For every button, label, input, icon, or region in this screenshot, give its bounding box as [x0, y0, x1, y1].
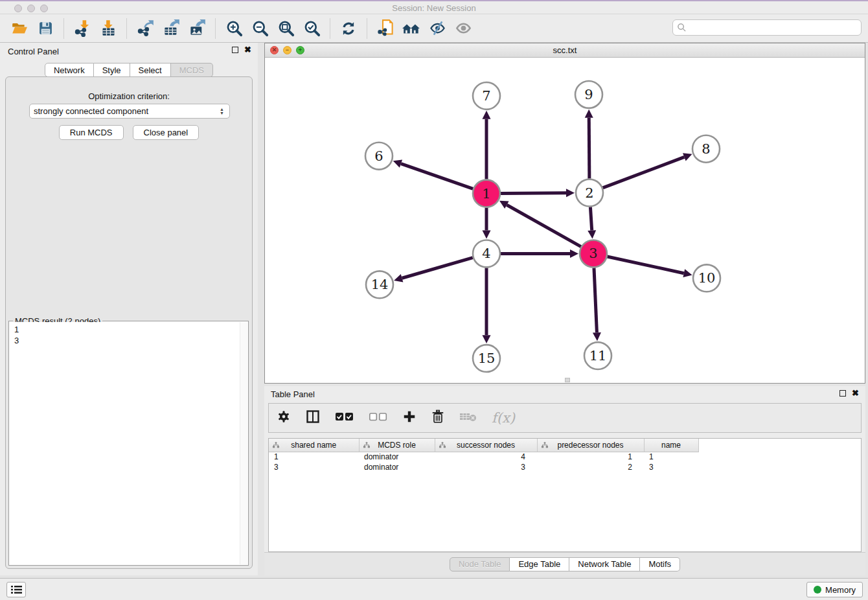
control-panel-title: Control Panel — [8, 47, 59, 56]
table-cell[interactable]: 1 — [644, 452, 698, 462]
task-history-button[interactable] — [6, 582, 26, 597]
select-all-columns-button[interactable] — [335, 411, 354, 425]
select-stepper-icon: ▲▼ — [220, 108, 225, 115]
document-share-button[interactable] — [374, 17, 396, 40]
column-header-MCDS-role[interactable]: MCDS role — [359, 439, 435, 452]
zoom-selected-icon — [303, 19, 321, 37]
table-row[interactable]: 1dominator411 — [269, 452, 698, 462]
network-view-window: ✕ − + scc.txt 7968124314101511 — [264, 43, 865, 384]
graph-edge-4-14[interactable] — [402, 258, 473, 279]
zoom-fit-icon — [277, 19, 295, 37]
table-cell[interactable]: 1 — [269, 452, 359, 462]
graph-edge-2-9[interactable] — [589, 118, 589, 179]
graph-edge-arrowhead — [593, 332, 601, 341]
import-table-button[interactable] — [97, 17, 119, 40]
table-cell[interactable]: 2 — [537, 462, 644, 472]
column-header-predecessor-nodes[interactable]: predecessor nodes — [537, 439, 644, 452]
mcds-result-item[interactable]: 3 — [14, 335, 240, 346]
close-panel-button[interactable]: Close panel — [133, 125, 200, 140]
network-canvas[interactable]: 7968124314101511 — [265, 58, 865, 383]
column-header-name[interactable]: name — [644, 439, 698, 452]
export-network-button[interactable] — [134, 17, 156, 40]
function-builder-button[interactable]: f(x) — [492, 410, 515, 426]
zoom-in-button[interactable] — [223, 17, 245, 40]
graph-edge-3-10[interactable] — [607, 257, 683, 273]
run-mcds-button[interactable]: Run MCDS — [59, 125, 124, 140]
table-cell[interactable]: 3 — [644, 462, 698, 472]
graph-edge-1-2[interactable] — [501, 193, 566, 194]
memory-button[interactable]: Memory — [806, 582, 863, 597]
graph-node-label-9: 9 — [584, 87, 593, 102]
column-header-label: name — [661, 441, 681, 450]
unchecked-boxes-icon — [369, 411, 388, 422]
optimization-select[interactable]: strongly connected component ▲▼ — [29, 104, 230, 119]
column-header-shared-name[interactable]: shared name — [269, 439, 359, 452]
tab-mcds[interactable]: MCDS — [171, 63, 213, 77]
show-graphics-button[interactable] — [452, 17, 474, 40]
result-scrollbar[interactable] — [240, 322, 247, 564]
delete-table-icon — [459, 411, 477, 422]
optimization-select-value: strongly connected component — [34, 106, 220, 116]
tab-select[interactable]: Select — [130, 63, 171, 77]
close-table-panel-icon[interactable]: ✖ — [852, 389, 859, 397]
table-cell[interactable]: 3 — [435, 462, 537, 472]
search-input[interactable] — [687, 21, 861, 34]
float-table-panel-icon[interactable] — [839, 390, 846, 397]
delete-column-button[interactable] — [431, 410, 445, 426]
open-session-button[interactable] — [8, 17, 30, 40]
application-window: Session: New Session — [0, 0, 868, 600]
checked-boxes-icon — [335, 411, 354, 422]
table-settings-button[interactable] — [277, 410, 291, 426]
export-image-button[interactable] — [186, 17, 208, 40]
zoom-fit-button[interactable] — [275, 17, 297, 40]
import-network-button[interactable] — [71, 17, 93, 40]
table-row[interactable]: 3dominator323 — [269, 462, 698, 472]
unselect-all-columns-button[interactable] — [369, 411, 388, 425]
graph-edge-2-8[interactable] — [603, 157, 685, 187]
export-table-button[interactable] — [160, 17, 182, 40]
hide-graphics-button[interactable] — [426, 17, 448, 40]
export-image-icon — [188, 19, 206, 37]
table-tab-network-table[interactable]: Network Table — [569, 557, 640, 571]
eye-icon — [455, 19, 472, 37]
column-header-label: successor nodes — [457, 441, 515, 450]
table-cell[interactable]: dominator — [359, 462, 435, 472]
zoom-selected-button[interactable] — [301, 17, 323, 40]
column-header-successor-nodes[interactable]: successor nodes — [435, 439, 537, 452]
refresh-button[interactable] — [337, 17, 360, 40]
toolbar-separator — [215, 18, 216, 39]
add-icon — [402, 410, 417, 424]
table-cell[interactable]: 1 — [537, 452, 644, 462]
mcds-result-item[interactable]: 1 — [14, 324, 240, 335]
graph-edge-1-6[interactable] — [401, 164, 473, 189]
control-panel: Control Panel ✖ NetworkStyleSelectMCDS O… — [0, 43, 258, 575]
split-panel-button[interactable] — [305, 409, 321, 427]
save-session-button[interactable] — [34, 17, 56, 40]
tab-style[interactable]: Style — [94, 63, 130, 77]
export-network-icon — [137, 19, 154, 37]
mcds-result-list[interactable]: 13 — [10, 322, 240, 564]
close-panel-icon[interactable]: ✖ — [244, 46, 251, 54]
graph-edge-3-1[interactable] — [507, 205, 580, 246]
graph-node-label-7: 7 — [482, 88, 490, 104]
table-panel-title: Table Panel — [271, 389, 315, 399]
zoom-out-button[interactable] — [249, 17, 271, 40]
tab-network[interactable]: Network — [45, 63, 94, 77]
graph-edge-2-3[interactable] — [590, 207, 591, 230]
table-cell[interactable]: 3 — [269, 462, 359, 472]
graph-edge-3-11[interactable] — [594, 268, 597, 332]
table-tab-motifs[interactable]: Motifs — [640, 557, 680, 571]
table-tab-node-table[interactable]: Node Table — [450, 557, 510, 571]
delete-table-button[interactable] — [459, 411, 477, 425]
export-table-icon — [163, 19, 180, 37]
table-tab-edge-table[interactable]: Edge Table — [510, 557, 569, 571]
create-column-button[interactable] — [402, 410, 417, 426]
app-title: Session: New Session — [0, 3, 868, 13]
float-panel-icon[interactable] — [232, 47, 238, 53]
canvas-scroll-hint[interactable] — [565, 378, 570, 382]
network-graph: 7968124314101511 — [265, 58, 865, 383]
home-button[interactable] — [400, 17, 422, 40]
table-cell[interactable]: dominator — [359, 452, 435, 462]
table-cell[interactable]: 4 — [435, 452, 537, 462]
toolbar-separator — [367, 18, 367, 39]
